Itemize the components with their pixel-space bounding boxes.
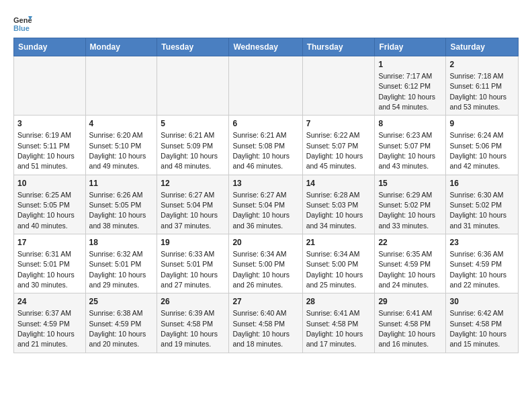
day-cell: 15Sunrise: 6:29 AM Sunset: 5:02 PM Dayli…	[375, 175, 446, 234]
day-number: 18	[89, 237, 154, 248]
week-row-5: 24Sunrise: 6:37 AM Sunset: 4:59 PM Dayli…	[14, 293, 519, 353]
day-info: Sunrise: 6:37 AM Sunset: 4:59 PM Dayligh…	[17, 309, 75, 348]
day-number: 10	[17, 178, 82, 189]
weekday-header-thursday: Thursday	[302, 38, 375, 56]
header: General Blue	[13, 11, 519, 32]
day-cell: 26Sunrise: 6:39 AM Sunset: 4:58 PM Dayli…	[157, 293, 229, 353]
day-number: 12	[161, 178, 225, 189]
day-cell: 19Sunrise: 6:33 AM Sunset: 5:01 PM Dayli…	[157, 234, 229, 293]
weekday-header-friday: Friday	[375, 38, 446, 56]
day-cell: 14Sunrise: 6:28 AM Sunset: 5:03 PM Dayli…	[302, 175, 375, 234]
day-cell: 5Sunrise: 6:21 AM Sunset: 5:09 PM Daylig…	[157, 116, 229, 175]
logo: General Blue	[13, 13, 32, 32]
day-info: Sunrise: 6:41 AM Sunset: 4:58 PM Dayligh…	[378, 309, 435, 348]
day-number: 26	[161, 296, 225, 308]
day-number: 5	[161, 118, 225, 130]
day-cell: 27Sunrise: 6:40 AM Sunset: 4:58 PM Dayli…	[229, 293, 302, 353]
day-number: 6	[232, 118, 298, 130]
day-number: 19	[161, 237, 225, 248]
day-info: Sunrise: 6:24 AM Sunset: 5:06 PM Dayligh…	[449, 131, 506, 170]
day-info: Sunrise: 6:41 AM Sunset: 4:58 PM Dayligh…	[306, 309, 363, 348]
day-number: 3	[17, 118, 82, 130]
day-cell	[14, 56, 86, 116]
weekday-header-tuesday: Tuesday	[157, 38, 229, 56]
day-info: Sunrise: 6:21 AM Sunset: 5:08 PM Dayligh…	[232, 131, 290, 170]
day-info: Sunrise: 6:20 AM Sunset: 5:10 PM Dayligh…	[89, 131, 146, 170]
day-cell: 18Sunrise: 6:32 AM Sunset: 5:01 PM Dayli…	[85, 234, 157, 293]
day-cell: 24Sunrise: 6:37 AM Sunset: 4:59 PM Dayli…	[14, 293, 86, 353]
day-number: 24	[17, 296, 82, 308]
day-info: Sunrise: 6:21 AM Sunset: 5:09 PM Dayligh…	[161, 131, 218, 170]
day-number: 28	[306, 296, 371, 308]
calendar-table: SundayMondayTuesdayWednesdayThursdayFrid…	[13, 38, 519, 353]
day-info: Sunrise: 6:33 AM Sunset: 5:01 PM Dayligh…	[161, 250, 218, 289]
day-number: 9	[449, 118, 515, 130]
day-info: Sunrise: 6:31 AM Sunset: 5:01 PM Dayligh…	[17, 250, 75, 289]
day-cell: 7Sunrise: 6:22 AM Sunset: 5:07 PM Daylig…	[302, 116, 375, 175]
day-cell: 6Sunrise: 6:21 AM Sunset: 5:08 PM Daylig…	[229, 116, 302, 175]
weekday-header-wednesday: Wednesday	[229, 38, 302, 56]
day-info: Sunrise: 6:36 AM Sunset: 4:59 PM Dayligh…	[449, 250, 506, 289]
day-cell: 11Sunrise: 6:26 AM Sunset: 5:05 PM Dayli…	[85, 175, 157, 234]
day-cell: 22Sunrise: 6:35 AM Sunset: 4:59 PM Dayli…	[375, 234, 446, 293]
calendar-page: General Blue SundayMondayTuesdayWednesda…	[0, 0, 532, 364]
day-cell: 1Sunrise: 7:17 AM Sunset: 6:12 PM Daylig…	[375, 56, 446, 116]
day-cell: 13Sunrise: 6:27 AM Sunset: 5:04 PM Dayli…	[229, 175, 302, 234]
day-cell: 21Sunrise: 6:34 AM Sunset: 5:00 PM Dayli…	[302, 234, 375, 293]
day-cell: 20Sunrise: 6:34 AM Sunset: 5:00 PM Dayli…	[229, 234, 302, 293]
day-number: 14	[306, 178, 371, 189]
week-row-2: 3Sunrise: 6:19 AM Sunset: 5:11 PM Daylig…	[14, 116, 519, 175]
day-info: Sunrise: 6:26 AM Sunset: 5:05 PM Dayligh…	[89, 191, 146, 230]
day-info: Sunrise: 6:22 AM Sunset: 5:07 PM Dayligh…	[306, 131, 363, 170]
day-cell: 23Sunrise: 6:36 AM Sunset: 4:59 PM Dayli…	[446, 234, 519, 293]
day-number: 27	[232, 296, 298, 308]
day-number: 30	[449, 296, 515, 308]
day-number: 17	[17, 237, 82, 248]
day-number: 25	[89, 296, 154, 308]
week-row-4: 17Sunrise: 6:31 AM Sunset: 5:01 PM Dayli…	[14, 234, 519, 293]
day-number: 23	[449, 237, 515, 248]
week-row-3: 10Sunrise: 6:25 AM Sunset: 5:05 PM Dayli…	[14, 175, 519, 234]
day-info: Sunrise: 6:29 AM Sunset: 5:02 PM Dayligh…	[378, 191, 435, 230]
day-cell: 10Sunrise: 6:25 AM Sunset: 5:05 PM Dayli…	[14, 175, 86, 234]
day-cell: 30Sunrise: 6:42 AM Sunset: 4:58 PM Dayli…	[446, 293, 519, 353]
day-info: Sunrise: 7:17 AM Sunset: 6:12 PM Dayligh…	[378, 72, 435, 111]
weekday-header-row: SundayMondayTuesdayWednesdayThursdayFrid…	[14, 38, 519, 56]
week-row-1: 1Sunrise: 7:17 AM Sunset: 6:12 PM Daylig…	[14, 56, 519, 116]
day-cell: 16Sunrise: 6:30 AM Sunset: 5:02 PM Dayli…	[446, 175, 519, 234]
day-number: 11	[89, 178, 154, 189]
day-cell	[85, 56, 157, 116]
day-number: 4	[89, 118, 154, 130]
logo-icon: General Blue	[13, 13, 32, 32]
day-info: Sunrise: 6:23 AM Sunset: 5:07 PM Dayligh…	[378, 131, 435, 170]
day-number: 16	[449, 178, 515, 189]
day-info: Sunrise: 6:28 AM Sunset: 5:03 PM Dayligh…	[306, 191, 363, 230]
day-info: Sunrise: 6:30 AM Sunset: 5:02 PM Dayligh…	[449, 191, 506, 230]
svg-text:Blue: Blue	[13, 24, 30, 32]
day-number: 1	[378, 59, 442, 71]
day-info: Sunrise: 6:34 AM Sunset: 5:00 PM Dayligh…	[306, 250, 363, 289]
day-info: Sunrise: 7:18 AM Sunset: 6:11 PM Dayligh…	[449, 72, 506, 111]
day-cell: 3Sunrise: 6:19 AM Sunset: 5:11 PM Daylig…	[14, 116, 86, 175]
day-info: Sunrise: 6:32 AM Sunset: 5:01 PM Dayligh…	[89, 250, 146, 289]
day-number: 8	[378, 118, 442, 130]
day-info: Sunrise: 6:25 AM Sunset: 5:05 PM Dayligh…	[17, 191, 75, 230]
day-cell: 28Sunrise: 6:41 AM Sunset: 4:58 PM Dayli…	[302, 293, 375, 353]
day-info: Sunrise: 6:42 AM Sunset: 4:58 PM Dayligh…	[449, 309, 506, 348]
day-cell	[229, 56, 302, 116]
day-cell	[302, 56, 375, 116]
day-info: Sunrise: 6:19 AM Sunset: 5:11 PM Dayligh…	[17, 131, 75, 170]
day-info: Sunrise: 6:34 AM Sunset: 5:00 PM Dayligh…	[232, 250, 290, 289]
day-number: 7	[306, 118, 371, 130]
weekday-header-monday: Monday	[85, 38, 157, 56]
day-number: 2	[449, 59, 515, 71]
weekday-header-saturday: Saturday	[446, 38, 519, 56]
weekday-header-sunday: Sunday	[14, 38, 86, 56]
day-info: Sunrise: 6:27 AM Sunset: 5:04 PM Dayligh…	[161, 191, 218, 230]
day-info: Sunrise: 6:38 AM Sunset: 4:59 PM Dayligh…	[89, 309, 146, 348]
day-info: Sunrise: 6:40 AM Sunset: 4:58 PM Dayligh…	[232, 309, 290, 348]
day-info: Sunrise: 6:27 AM Sunset: 5:04 PM Dayligh…	[232, 191, 290, 230]
day-cell: 2Sunrise: 7:18 AM Sunset: 6:11 PM Daylig…	[446, 56, 519, 116]
day-number: 22	[378, 237, 442, 248]
day-info: Sunrise: 6:39 AM Sunset: 4:58 PM Dayligh…	[161, 309, 218, 348]
